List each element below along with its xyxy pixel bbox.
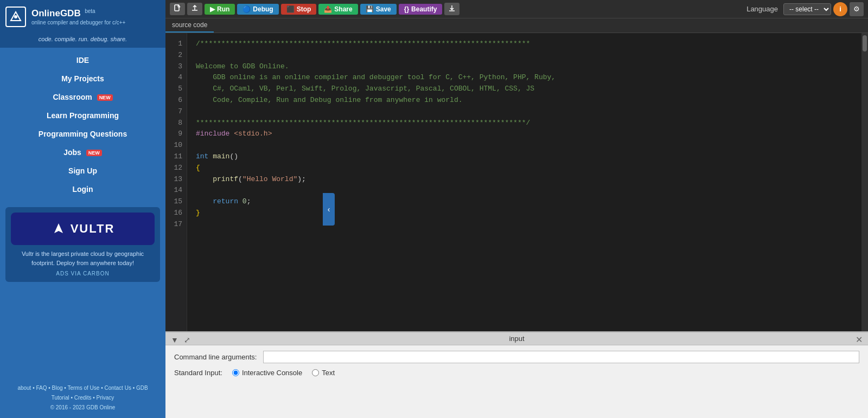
ad-carbon-label: ADS VIA CARBON: [11, 271, 155, 276]
panel-close-button[interactable]: ✕: [856, 335, 863, 345]
footer-faq[interactable]: FAQ: [36, 385, 47, 391]
sidebar: OnlineGDB beta online compiler and debug…: [0, 0, 165, 418]
svg-point-1: [14, 15, 17, 18]
settings-button[interactable]: ⚙: [850, 2, 864, 16]
share-icon: 📤: [324, 5, 332, 13]
footer-credits[interactable]: Credits: [74, 395, 92, 401]
sidebar-item-classroom[interactable]: Classroom new: [0, 88, 165, 106]
input-header-label: input: [509, 335, 524, 343]
ad-description: Vultr is the largest private cloud by ge…: [11, 249, 155, 267]
download-button[interactable]: [444, 3, 459, 15]
save-button[interactable]: 💾 Save: [360, 4, 397, 15]
ad-block[interactable]: VULTR Vultr is the largest private cloud…: [5, 207, 160, 282]
footer-blog[interactable]: Blog: [52, 385, 63, 391]
interactive-console-label: Interactive Console: [242, 369, 302, 377]
footer-contact[interactable]: Contact Us: [104, 385, 131, 391]
editor-area: 1 2 3 4 5 6 7 8 9 10 11 12 13 14 15 16 1…: [165, 33, 868, 331]
sidebar-item-ide[interactable]: IDE: [0, 51, 165, 69]
upload-button[interactable]: [187, 3, 202, 15]
stdin-row: Standard Input: Interactive Console Text: [174, 369, 859, 377]
sidebar-nav: IDE My Projects Classroom new Learn Prog…: [0, 51, 165, 198]
info-button[interactable]: i: [833, 2, 847, 16]
brand: OnlineGDB beta online compiler and debug…: [31, 8, 125, 25]
sidebar-item-signup[interactable]: Sign Up: [0, 162, 165, 180]
source-code-tab[interactable]: source code: [165, 18, 214, 33]
share-button[interactable]: 📤 Share: [318, 4, 358, 15]
bottom-panel: ▼ ⤢ input Command line arguments: Standa…: [165, 331, 868, 418]
code-editor[interactable]: /***************************************…: [187, 33, 861, 331]
bottom-panel-controls: ▼ ⤢: [170, 335, 192, 345]
jobs-badge: new: [86, 150, 102, 156]
bottom-panel-header: ▼ ⤢ input: [165, 332, 868, 345]
save-icon: 💾: [366, 5, 374, 13]
cmd-args-input[interactable]: [263, 351, 859, 363]
logo-box: [5, 7, 26, 27]
footer-terms[interactable]: Terms of Use: [67, 385, 99, 391]
scrollbar-thumb: [863, 35, 867, 52]
debug-icon: 🔵: [242, 5, 251, 13]
sidebar-collapse-button[interactable]: ‹: [323, 193, 335, 226]
editor-scrollbar[interactable]: [861, 33, 868, 331]
brand-beta: beta: [85, 8, 95, 14]
line-numbers: 1 2 3 4 5 6 7 8 9 10 11 12 13 14 15 16 1…: [165, 33, 187, 331]
cmd-args-label: Command line arguments:: [174, 353, 257, 361]
footer-gdb[interactable]: GDB: [136, 385, 148, 391]
language-label: Language: [746, 5, 778, 13]
text-option[interactable]: Text: [312, 369, 335, 377]
stop-button[interactable]: ⬛ Stop: [281, 4, 317, 15]
sidebar-header: OnlineGDB beta online compiler and debug…: [0, 0, 165, 34]
footer-tutorial[interactable]: Tutorial: [52, 395, 69, 401]
brand-name: OnlineGDB: [31, 9, 81, 19]
beautify-icon: {}: [404, 5, 409, 13]
debug-button[interactable]: 🔵 Debug: [237, 4, 278, 15]
text-radio[interactable]: [312, 369, 319, 376]
bottom-panel-body: Command line arguments: Standard Input: …: [165, 345, 868, 382]
sidebar-item-programming-questions[interactable]: Programming Questions: [0, 125, 165, 143]
footer-about[interactable]: about: [17, 385, 31, 391]
svg-marker-2: [54, 223, 63, 233]
sidebar-item-jobs[interactable]: Jobs new: [0, 143, 165, 162]
beautify-button[interactable]: {} Beautify: [399, 4, 443, 15]
stop-icon: ⬛: [286, 5, 295, 13]
classroom-badge: new: [97, 94, 113, 101]
sidebar-footer: about • FAQ • Blog • Terms of Use • Cont…: [14, 378, 151, 418]
run-icon: ▶: [210, 5, 215, 13]
footer-privacy[interactable]: Privacy: [97, 395, 114, 401]
interactive-console-option[interactable]: Interactive Console: [232, 369, 302, 377]
sidebar-item-login[interactable]: Login: [0, 180, 165, 198]
main-area: ▶ Run 🔵 Debug ⬛ Stop 📤 Share 💾 Save {}: [165, 0, 868, 418]
new-file-button[interactable]: [170, 3, 185, 15]
sidebar-item-learn-programming[interactable]: Learn Programming: [0, 106, 165, 125]
toolbar: ▶ Run 🔵 Debug ⬛ Stop 📤 Share 💾 Save {}: [165, 0, 868, 18]
text-label: Text: [322, 369, 335, 377]
ad-logo-text: VULTR: [71, 222, 115, 236]
sidebar-item-my-projects[interactable]: My Projects: [0, 69, 165, 88]
brand-subtitle: online compiler and debugger for c/c++: [31, 20, 125, 25]
panel-collapse-button[interactable]: ▼: [170, 335, 180, 345]
run-button[interactable]: ▶ Run: [205, 4, 235, 15]
sidebar-tagline: code. compile. run. debug. share.: [0, 34, 165, 48]
ad-logo: VULTR: [11, 213, 155, 245]
interactive-console-radio[interactable]: [232, 369, 239, 376]
language-select[interactable]: -- select --: [783, 3, 831, 15]
cmd-args-row: Command line arguments:: [174, 351, 859, 363]
copyright: © 2016 - 2023 GDB Online: [17, 403, 148, 413]
stdin-label: Standard Input:: [174, 369, 222, 377]
panel-expand-button[interactable]: ⤢: [183, 335, 192, 345]
